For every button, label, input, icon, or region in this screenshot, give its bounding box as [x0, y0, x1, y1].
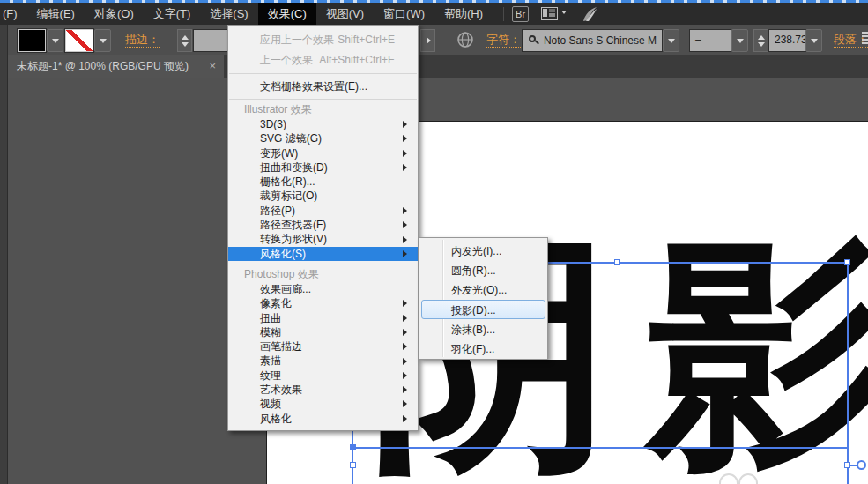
- menu-item-distort[interactable]: 扭曲: [228, 311, 418, 325]
- menu-item-effect-gallery[interactable]: 效果画廊...: [228, 282, 418, 296]
- submenu-arrow-icon: [403, 221, 411, 228]
- text-anchor-point[interactable]: [350, 444, 356, 450]
- menubar-divider: [503, 7, 504, 21]
- menu-item-3d[interactable]: 3D(3): [228, 117, 418, 131]
- submenu-item-feather[interactable]: 羽化(F)...: [421, 339, 545, 358]
- submenu-item-outer-glow[interactable]: 外发光(O)...: [421, 279, 545, 299]
- chevron-down-icon: [100, 39, 107, 47]
- menu-item-stylize-ps[interactable]: 风格化: [228, 412, 418, 426]
- stroke-weight-stepper[interactable]: [177, 29, 192, 52]
- menubar: (F) 编辑(E) 对象(O) 文字(T) 选择(S) 效果(C) 视图(V) …: [0, 3, 868, 25]
- selection-handle-right[interactable]: [844, 462, 850, 468]
- menu-item-sketch[interactable]: 素描: [228, 354, 418, 368]
- font-size-stepper[interactable]: [753, 29, 768, 52]
- submenu-arrow-icon: [403, 164, 411, 171]
- font-family-value: Noto Sans S Chinese M: [544, 31, 657, 50]
- menu-item-artistic[interactable]: 艺术效果: [228, 383, 418, 397]
- menu-item-brush-strokes[interactable]: 画笔描边: [228, 339, 418, 354]
- document-tabbar: 未标题-1* @ 100% (RGB/GPU 预览) ×: [0, 55, 868, 78]
- menu-item-warp[interactable]: 变形(W): [228, 146, 418, 160]
- menu-view[interactable]: 视图(V): [316, 3, 374, 25]
- submenu-item-inner-glow[interactable]: 内发光(I)...: [421, 241, 545, 260]
- stroke-color-swatch[interactable]: [65, 29, 93, 52]
- menu-item-rasterize[interactable]: 栅格化(R)...: [228, 175, 418, 189]
- menu-group-illustrator-effects: Illustrator 效果: [228, 102, 418, 117]
- menu-item-convert-to-shape[interactable]: 转换为形状(V): [228, 232, 418, 246]
- menu-edit[interactable]: 编辑(E): [27, 3, 85, 25]
- submenu-arrow-icon: [403, 415, 411, 422]
- chevron-down-icon: [737, 39, 744, 47]
- fill-color-swatch[interactable]: [18, 29, 46, 52]
- submenu-item-drop-shadow[interactable]: 投影(D)...: [421, 300, 545, 319]
- illustrator-window: (F) 编辑(E) 对象(O) 文字(T) 选择(S) 效果(C) 视图(V) …: [0, 0, 868, 484]
- globe-icon[interactable]: [456, 29, 474, 50]
- font-size-dropdown[interactable]: [805, 29, 822, 52]
- selection-right-edge: [847, 262, 849, 484]
- submenu-arrow-icon: [403, 386, 411, 393]
- shortcut: Alt+Shift+Ctrl+E: [319, 50, 395, 71]
- menu-object[interactable]: 对象(O): [85, 3, 144, 25]
- menu-item-texture[interactable]: 纹理: [228, 369, 418, 383]
- chevron-down-icon: [52, 39, 59, 47]
- menu-item-apply-last-effect: 应用上一个效果 Shift+Ctrl+E: [228, 30, 418, 50]
- stroke-weight-label[interactable]: 描边：: [125, 33, 160, 48]
- character-panel-label[interactable]: 字符：: [486, 33, 521, 48]
- workspace-icon: [541, 7, 558, 20]
- submenu-item-round-corners[interactable]: 圆角(R)...: [421, 260, 545, 279]
- menu-item-document-raster-settings[interactable]: 文档栅格效果设置(E)...: [228, 77, 418, 96]
- shortcut: Shift+Ctrl+E: [338, 30, 395, 50]
- submenu-arrow-icon: [403, 150, 411, 157]
- document-tab-title: 未标题-1* @ 100% (RGB/GPU 预览): [17, 60, 189, 72]
- menu-separator: [229, 99, 417, 100]
- bridge-button[interactable]: Br: [512, 6, 529, 22]
- search-icon: [528, 34, 540, 47]
- text-out-port[interactable]: [857, 460, 866, 470]
- menu-file[interactable]: (F): [0, 3, 27, 25]
- submenu-arrow-icon: [403, 121, 411, 128]
- align-left-icon[interactable]: [862, 32, 868, 44]
- submenu-arrow-icon: [403, 358, 411, 365]
- menu-item-distort-transform[interactable]: 扭曲和变换(D): [228, 160, 418, 175]
- menu-item-stylize[interactable]: 风格化(S): [228, 247, 418, 261]
- submenu-arrow-icon: [403, 300, 411, 307]
- fill-dropdown-button[interactable]: [47, 29, 63, 52]
- menu-item-video[interactable]: 视频: [228, 397, 418, 411]
- menu-type[interactable]: 文字(T): [144, 3, 201, 25]
- font-style-dropdown[interactable]: [731, 29, 748, 52]
- workspace-switcher[interactable]: [541, 7, 567, 20]
- submenu-arrow-icon: [403, 329, 411, 336]
- tools-panel-edge: [0, 25, 8, 484]
- chevron-down-icon: [811, 39, 818, 47]
- chevron-down-icon: [668, 39, 675, 47]
- menu-item-last-effect: 上一个效果 Alt+Shift+Ctrl+E: [228, 50, 418, 71]
- panel-overflow-button[interactable]: [420, 29, 435, 52]
- submenu-arrow-icon: [403, 400, 411, 407]
- font-family-dropdown[interactable]: [663, 29, 679, 52]
- submenu-arrow-icon: [403, 343, 411, 350]
- document-tab[interactable]: 未标题-1* @ 100% (RGB/GPU 预览) ×: [7, 55, 224, 78]
- font-family-field[interactable]: Noto Sans S Chinese M: [522, 29, 663, 52]
- chevron-right-icon: [427, 37, 434, 44]
- menu-item-pathfinder[interactable]: 路径查找器(F): [228, 218, 418, 232]
- selection-handle-top-right[interactable]: [844, 259, 850, 265]
- chevron-down-icon: [561, 11, 567, 17]
- menu-item-path[interactable]: 路径(P): [228, 204, 418, 218]
- stylize-submenu-panel: 内发光(I)... 圆角(R)... 外发光(O)... 投影(D)... 涂抹…: [419, 237, 548, 360]
- close-icon[interactable]: ×: [209, 55, 216, 78]
- menu-item-pixelate[interactable]: 像素化: [228, 296, 418, 310]
- menu-effect[interactable]: 效果(C): [258, 3, 316, 25]
- menu-item-blur[interactable]: 模糊: [228, 325, 418, 339]
- stroke-dropdown-button[interactable]: [94, 29, 111, 52]
- submenu-arrow-icon: [403, 250, 411, 257]
- menu-window[interactable]: 窗口(W): [374, 3, 434, 25]
- menu-help[interactable]: 帮助(H): [434, 3, 493, 25]
- menu-item-crop-marks[interactable]: 裁剪标记(O): [228, 189, 418, 203]
- selection-handle-left[interactable]: [350, 462, 356, 468]
- submenu-item-scribble[interactable]: 涂抹(B)...: [421, 319, 545, 339]
- feather-icon[interactable]: [581, 6, 598, 22]
- menu-separator: [229, 73, 417, 74]
- menu-select[interactable]: 选择(S): [200, 3, 257, 25]
- selection-handle-top-mid[interactable]: [614, 259, 620, 265]
- menu-item-svg-filters[interactable]: SVG 滤镜(G): [228, 131, 418, 145]
- font-style-field[interactable]: –: [689, 29, 731, 52]
